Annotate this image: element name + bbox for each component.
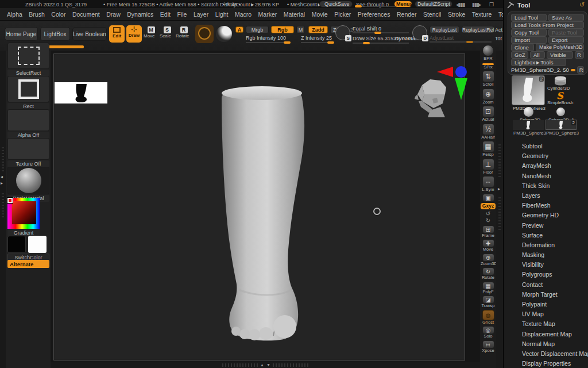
active-tool-slider-handle[interactable] [571,69,575,71]
left-tray-divider[interactable]: ◂ ▸ [0,51,6,368]
import-button[interactable]: Import [511,36,547,44]
tool-palette-section[interactable]: Texture Map [504,319,588,329]
see-through-handle[interactable] [355,5,362,7]
scroll-button[interactable]: ⇅ Scroll [481,71,496,87]
goz-all-button[interactable]: All [530,51,545,59]
leg-tool-2-thumbnail[interactable]: 2 [546,120,577,130]
edit-button[interactable]: Edit [109,25,125,43]
bottom-tray-divider[interactable]: ▲ ▼ [51,362,480,368]
tool-palette-section[interactable]: Deformation [504,240,588,250]
brush-preview-button[interactable] [195,25,214,43]
ghost-button[interactable]: ◍ Ghost [481,310,496,325]
replay-last-button[interactable]: ReplayLast [430,26,459,33]
tool-palette-section[interactable]: FiberMesh [504,201,588,210]
tool-palette-section[interactable]: NanoMesh [504,171,588,181]
quicksave-button[interactable]: QuickSave [319,1,353,7]
tray-expand-up-icon[interactable]: ▲ [260,363,264,367]
sculpt-model-leg[interactable] [204,83,325,344]
z-intensity-handle[interactable] [327,41,334,44]
menu-item[interactable]: Stencil [423,11,442,18]
menu-item[interactable]: Alpha [7,11,22,18]
export-button[interactable]: Export [548,36,584,44]
adjust-last-track[interactable] [430,41,492,43]
draw-size-handle[interactable] [363,42,370,44]
tool-palette-section[interactable]: Displacement Map [504,329,588,339]
menu-item[interactable]: Layer [194,11,208,18]
tray-collapse-left-icon[interactable]: ◂ [1,174,3,179]
texture-selector[interactable]: Texture Off [7,138,49,167]
draw-button[interactable]: -¦- Draw [126,25,142,43]
material-ball-icon[interactable] [216,26,232,42]
rotate-gyro-button[interactable]: R Rotate [176,25,192,39]
polyf-button[interactable]: ▦ PolyF [481,282,496,294]
sphere3d-1-thumbnail[interactable] [556,108,565,116]
zoom-button[interactable]: ⊕ Zoom [481,89,496,105]
leg-tool-thumbnail[interactable] [513,120,544,130]
lightbox-button[interactable]: LightBox [40,27,70,41]
bpr-button[interactable]: BPR [481,45,496,61]
menu-item[interactable]: Texture [472,11,492,18]
actual-button[interactable]: ⊡ Actual [481,106,496,122]
rgb-intensity-handle[interactable] [284,41,291,44]
tool-palette-section[interactable]: Polygroups [504,270,588,279]
gxyz-button[interactable]: Gxyz [481,203,496,209]
active-tool-thumbnail[interactable]: 2 [512,75,545,105]
sphere3d-thumbnail[interactable] [524,107,533,117]
document-canvas[interactable] [51,51,480,362]
floor-button[interactable]: ⊥ Floor [481,159,496,175]
rotate-3d-button[interactable]: ↻ Rotate [481,267,496,280]
zadd-button[interactable]: Zadd [308,26,328,33]
paste-tool-button[interactable]: Paste Tool [548,29,584,36]
tray-collapse-icon[interactable]: ▸ [498,186,500,191]
focal-shift-handle[interactable] [374,32,381,34]
mrgb-button[interactable]: Mrgb [246,26,269,33]
lightbox-tools-button[interactable]: Lightbox►Tools [511,59,566,66]
menu-item[interactable]: Stroke [448,11,465,18]
menu-item[interactable]: Document [72,11,100,18]
adjust-last-handle[interactable] [466,41,473,43]
menu-item[interactable]: Material [284,11,305,18]
draw-size-track[interactable] [353,43,409,44]
stroke-d-icon[interactable]: D [412,25,427,40]
tool-palette-section[interactable]: Surface [504,231,588,240]
rgb-button[interactable]: Rgb [271,26,294,33]
tool-palette-section[interactable]: Geometry HD [504,210,588,220]
move-3d-button[interactable]: ✚ Move [481,239,496,252]
default-zscript-button[interactable]: DefaultZScript [415,1,452,7]
menu-item[interactable]: Dynamics [127,11,153,18]
main-color-swatch[interactable] [7,236,26,253]
live-boolean-button[interactable]: Live Boolean [72,27,107,41]
lock-button[interactable]: ▣ [481,194,496,202]
rect-selector[interactable]: Rect [7,76,49,110]
copy-tool-button[interactable]: Copy Tool [511,29,547,36]
right-tray-divider[interactable]: ▸ [496,51,503,368]
tool-palette-section[interactable]: UV Map [504,309,588,319]
zoom3d-button[interactable]: ⊕ Zoom3D [481,254,496,266]
tool-palette-section[interactable]: Thick Skin [504,181,588,191]
stroke-s-icon[interactable]: S [335,25,350,40]
alpha-selector[interactable]: Alpha Off [7,109,49,139]
tool-palette-section[interactable]: Display Properties [504,359,588,368]
tool-palette-section[interactable]: Geometry [504,151,588,161]
tool-r-button[interactable]: R [577,66,584,74]
tool-palette-section[interactable]: Visibility [504,260,588,270]
menu-item[interactable]: File [177,11,187,18]
cylinder3d-thumbnail[interactable] [553,75,568,86]
a-button[interactable]: A [235,26,243,33]
menus-button[interactable]: Menus [394,1,412,7]
window-copy-icon[interactable]: ❐ [489,2,494,7]
aahalf-button[interactable]: ½ AAHalf [481,124,496,140]
load-tool-button[interactable]: Load Tool [511,14,547,21]
simplebrush-thumbnail[interactable]: S [556,90,567,100]
menu-item[interactable]: Movie [312,11,328,18]
frame-button[interactable]: ⊞ Frame [481,225,496,238]
document-frame[interactable] [53,53,465,361]
menu-item[interactable]: Color [51,11,65,18]
tray-collapse-right-icon[interactable]: ▸ [1,181,3,186]
tool-palette-section[interactable]: Vector Displacement Map [504,349,588,359]
xpose-button[interactable]: ∺ Xpose [481,340,496,353]
menu-item[interactable]: Picker [334,11,351,18]
menu-item[interactable]: Preferences [358,11,390,18]
menu-item[interactable]: Light [215,11,229,18]
tool-palette-section[interactable]: Normal Map [504,339,588,349]
